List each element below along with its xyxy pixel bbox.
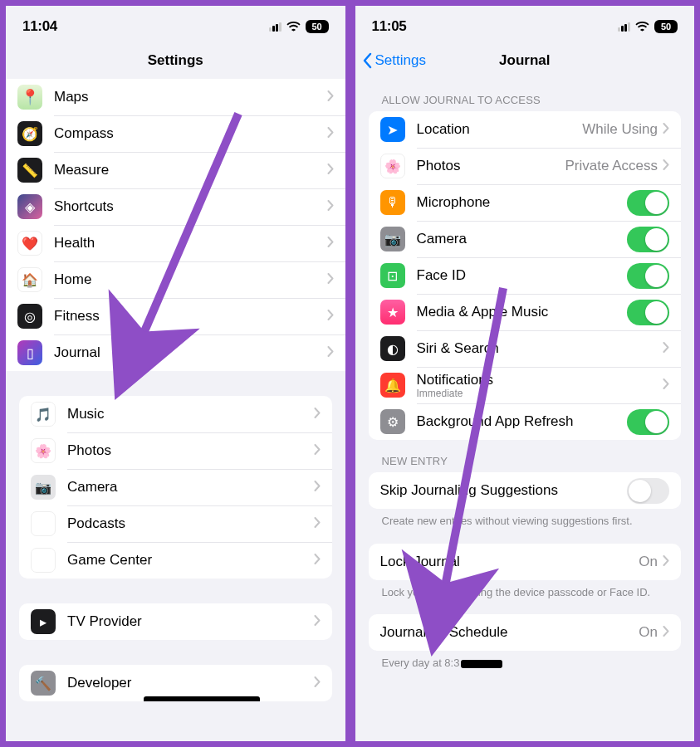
chevron-right-icon bbox=[314, 407, 321, 422]
row-label: Camera bbox=[67, 479, 314, 496]
chevron-right-icon bbox=[314, 614, 321, 629]
row-label: Podcasts bbox=[67, 515, 314, 532]
settings-row-journal[interactable]: ▯Journal bbox=[6, 334, 345, 371]
row-label: Siri & Search bbox=[417, 340, 663, 357]
status-indicators: 50 bbox=[269, 20, 329, 34]
row-label: Journaling Schedule bbox=[380, 624, 639, 641]
row-label: Fitness bbox=[54, 308, 327, 325]
footer-skip: Create new entries without viewing sugge… bbox=[355, 509, 695, 529]
status-bar: 11:05 50 bbox=[355, 6, 695, 42]
wifi-icon bbox=[286, 20, 301, 34]
row-notifications[interactable]: 🔔NotificationsImmediate bbox=[369, 367, 682, 403]
redaction bbox=[144, 696, 260, 701]
row-label: Photos bbox=[417, 158, 565, 174]
row-label: Developer bbox=[67, 675, 314, 691]
row-photos[interactable]: 🌸PhotosPrivate Access bbox=[369, 148, 682, 184]
row-camera[interactable]: 📷Camera bbox=[369, 221, 682, 257]
settings-row-shortcuts[interactable]: ◈Shortcuts bbox=[6, 188, 345, 225]
row-journaling-schedule[interactable]: Journaling ScheduleOn bbox=[369, 614, 682, 651]
settings-row-fitness[interactable]: ◎Fitness bbox=[6, 298, 345, 334]
row-skip-suggestions[interactable]: Skip Journaling Suggestions bbox=[369, 472, 682, 509]
row-location[interactable]: ➤LocationWhile Using bbox=[369, 111, 682, 148]
photos-icon: 🌸 bbox=[380, 154, 405, 178]
status-indicators: 50 bbox=[618, 20, 678, 34]
cellular-signal-icon bbox=[269, 22, 281, 32]
settings-list[interactable]: 📍Maps🧭Compass📏Measure◈Shortcuts❤️Health🏠… bbox=[6, 79, 345, 741]
row-microphone[interactable]: 🎙Microphone bbox=[369, 184, 682, 221]
battery-icon: 50 bbox=[654, 20, 678, 33]
row-siri-search[interactable]: ◐Siri & Search bbox=[369, 330, 682, 367]
row-label: Background App Refresh bbox=[417, 413, 628, 430]
page-title: Settings bbox=[148, 52, 203, 69]
settings-row-music[interactable]: 🎵Music bbox=[19, 396, 332, 432]
toggle-switch[interactable] bbox=[627, 409, 669, 435]
back-label: Settings bbox=[375, 52, 426, 69]
back-button[interactable]: Settings bbox=[362, 52, 426, 69]
toggle-switch[interactable] bbox=[627, 190, 669, 216]
maps-icon: 📍 bbox=[17, 85, 42, 110]
row-label: TV Provider bbox=[67, 613, 314, 630]
health-icon: ❤️ bbox=[17, 231, 42, 256]
section-header-newentry: NEW ENTRY bbox=[355, 440, 695, 472]
toggle-switch[interactable] bbox=[627, 263, 669, 289]
settings-row-camera[interactable]: 📷Camera bbox=[19, 469, 332, 505]
chevron-right-icon bbox=[327, 126, 334, 141]
nav-bar: Settings bbox=[6, 42, 345, 79]
toggle-switch[interactable] bbox=[627, 227, 669, 252]
row-label: Location bbox=[417, 121, 583, 138]
footer-lock: Lock your journal using the device passc… bbox=[355, 580, 695, 600]
settings-row-developer[interactable]: 🔨Developer bbox=[19, 665, 332, 701]
page-title: Journal bbox=[499, 52, 550, 69]
chevron-right-icon bbox=[663, 122, 669, 137]
settings-row-tv-provider[interactable]: ▸TV Provider bbox=[19, 603, 332, 640]
photos-icon: 🌸 bbox=[31, 438, 56, 463]
settings-row-health[interactable]: ❤️Health bbox=[6, 225, 345, 261]
row-face-id[interactable]: ⊡Face ID bbox=[369, 257, 682, 294]
gamecenter-icon: ✦ bbox=[31, 548, 56, 573]
status-time: 11:05 bbox=[372, 18, 407, 35]
media-icon: ★ bbox=[380, 300, 405, 325]
settings-row-measure[interactable]: 📏Measure bbox=[6, 152, 345, 188]
chevron-right-icon bbox=[327, 272, 334, 287]
camera-icon: 📷 bbox=[380, 227, 405, 251]
settings-row-maps[interactable]: 📍Maps bbox=[6, 79, 345, 115]
chevron-right-icon bbox=[314, 443, 321, 458]
settings-row-photos[interactable]: 🌸Photos bbox=[19, 432, 332, 469]
row-lock-journal[interactable]: Lock JournalOn bbox=[369, 544, 682, 580]
chevron-right-icon bbox=[663, 159, 669, 173]
row-media-apple-music[interactable]: ★Media & Apple Music bbox=[369, 294, 682, 330]
music-icon: 🎵 bbox=[31, 402, 56, 427]
settings-row-game-center[interactable]: ✦Game Center bbox=[19, 542, 332, 579]
faceid-icon: ⊡ bbox=[380, 263, 405, 288]
chevron-right-icon bbox=[327, 163, 334, 178]
toggle-switch[interactable] bbox=[627, 478, 669, 504]
row-label: Shortcuts bbox=[54, 198, 327, 215]
row-value: On bbox=[639, 554, 658, 570]
chevron-right-icon bbox=[314, 676, 321, 691]
toggle-switch[interactable] bbox=[627, 300, 669, 325]
settings-row-compass[interactable]: 🧭Compass bbox=[6, 115, 345, 152]
row-value: Private Access bbox=[565, 158, 658, 174]
settings-row-home[interactable]: 🏠Home bbox=[6, 261, 345, 298]
row-label: Maps bbox=[54, 89, 327, 105]
journal-settings-list[interactable]: ALLOW JOURNAL TO ACCESS➤LocationWhile Us… bbox=[355, 79, 695, 741]
chevron-right-icon bbox=[663, 625, 669, 640]
measure-icon: 📏 bbox=[17, 158, 42, 183]
shortcuts-icon: ◈ bbox=[17, 194, 42, 219]
chevron-right-icon bbox=[327, 236, 334, 251]
cellular-signal-icon bbox=[618, 22, 630, 32]
row-label: Home bbox=[54, 271, 327, 288]
row-background-app-refresh[interactable]: ⚙Background App Refresh bbox=[369, 403, 682, 440]
row-label: Lock Journal bbox=[380, 554, 639, 570]
row-label: NotificationsImmediate bbox=[417, 372, 663, 399]
status-bar: 11:04 50 bbox=[6, 6, 345, 42]
home-icon: 🏠 bbox=[17, 267, 42, 292]
wifi-icon bbox=[635, 20, 649, 34]
developer-icon: 🔨 bbox=[31, 671, 56, 696]
row-label: Microphone bbox=[417, 194, 628, 211]
settings-row-podcasts[interactable]: ◉Podcasts bbox=[19, 505, 332, 542]
row-label: Camera bbox=[417, 231, 628, 247]
row-value: While Using bbox=[582, 121, 658, 138]
podcasts-icon: ◉ bbox=[31, 511, 56, 536]
chevron-right-icon bbox=[327, 309, 334, 324]
